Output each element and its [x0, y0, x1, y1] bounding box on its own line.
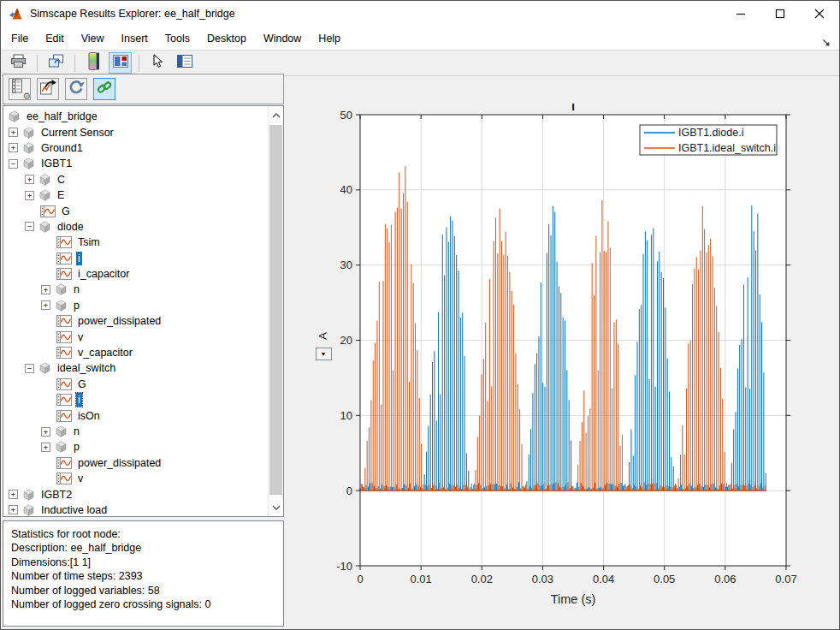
copy-figure-button[interactable]: [44, 52, 68, 74]
tree-row-v[interactable]: v: [3, 329, 269, 344]
tree-item-label[interactable]: Ground1: [39, 141, 85, 155]
menu-help[interactable]: Help: [310, 29, 349, 48]
tree-item-label[interactable]: power_dissipated: [76, 314, 163, 328]
tree-row-v-capacitor[interactable]: v_capacitor: [3, 345, 269, 360]
expand-icon[interactable]: +: [9, 143, 18, 152]
tree-row-ison[interactable]: isOn: [3, 407, 269, 423]
tree-item-label[interactable]: i_capacitor: [76, 267, 131, 281]
refresh-button[interactable]: [65, 78, 87, 100]
close-button[interactable]: [800, 1, 839, 27]
colormap-button[interactable]: [82, 52, 105, 74]
tree-row-igbt2[interactable]: +IGBT2: [3, 486, 269, 502]
expand-icon[interactable]: +: [9, 490, 18, 499]
tree-row-diode[interactable]: −diode: [3, 219, 269, 235]
scrollbar-thumb[interactable]: [269, 125, 282, 495]
expand-icon[interactable]: +: [41, 427, 50, 437]
menu-view[interactable]: View: [73, 29, 113, 48]
export-plot-button[interactable]: [37, 78, 59, 100]
expand-icon[interactable]: +: [9, 128, 18, 137]
tree-row-i[interactable]: i: [3, 392, 269, 407]
property-editor-button[interactable]: [173, 52, 196, 74]
pointer-button[interactable]: [146, 52, 169, 74]
expand-icon[interactable]: +: [41, 285, 50, 294]
component-cube-icon: [55, 425, 68, 437]
print-button[interactable]: [7, 52, 30, 74]
expand-icon[interactable]: +: [41, 300, 50, 310]
tree-row-i-capacitor[interactable]: i_capacitor: [3, 266, 269, 282]
scroll-up-icon[interactable]: [269, 108, 283, 122]
tree-row-p[interactable]: +p: [3, 439, 269, 455]
tree-item-label[interactable]: IGBT1: [39, 157, 74, 170]
plot-browser-button[interactable]: [109, 52, 132, 74]
tree-row-c[interactable]: +C: [3, 172, 269, 187]
tree-item-label[interactable]: Tsim: [76, 235, 102, 249]
svg-text:i: i: [571, 104, 575, 113]
dock-arrow-icon[interactable]: [822, 39, 831, 47]
tree-item-label[interactable]: n: [72, 282, 81, 296]
minimize-button[interactable]: [721, 1, 760, 27]
tree-item-label[interactable]: G: [76, 377, 88, 391]
collapse-icon[interactable]: −: [25, 364, 34, 373]
tree-item-label[interactable]: isOn: [76, 409, 102, 423]
tree-item-label[interactable]: ee_half_bridge: [25, 110, 99, 123]
tree-item-label[interactable]: i: [76, 393, 82, 407]
tree-row-p[interactable]: +p: [3, 298, 269, 313]
expand-icon[interactable]: +: [25, 175, 34, 184]
menu-tools[interactable]: Tools: [157, 29, 198, 48]
tree-item-label[interactable]: p: [72, 440, 81, 454]
menu-insert[interactable]: Insert: [113, 29, 157, 48]
tree-row-i[interactable]: i: [3, 251, 269, 266]
component-cube-icon: [22, 158, 35, 169]
tree-item-label[interactable]: power_dissipated: [76, 456, 163, 470]
expand-icon[interactable]: +: [41, 443, 50, 452]
tree-item-label[interactable]: Inductive load: [39, 503, 109, 517]
tree-row-g[interactable]: G: [3, 377, 269, 392]
collapse-icon[interactable]: −: [9, 159, 18, 169]
scroll-down-icon[interactable]: [269, 500, 283, 514]
tree-scrollbar[interactable]: [268, 106, 283, 516]
tree-row-inductive-load[interactable]: +Inductive load: [3, 502, 269, 517]
tree-row-igbt1[interactable]: −IGBT1: [3, 156, 269, 171]
tree-row-power-dissipated[interactable]: power_dissipated: [3, 313, 269, 329]
tree-row-tsim[interactable]: Tsim: [3, 235, 269, 250]
tree-item-label[interactable]: C: [56, 173, 67, 187]
maximize-button[interactable]: [760, 1, 800, 27]
tree-item-label[interactable]: i: [76, 252, 82, 265]
tree-row-n[interactable]: +n: [3, 282, 269, 297]
tree-row-ee-half-bridge[interactable]: ee_half_bridge: [3, 109, 269, 124]
tree-item-label[interactable]: v: [76, 472, 85, 485]
collapse-icon[interactable]: −: [25, 222, 34, 231]
statistics-options-button[interactable]: ⚙: [9, 78, 31, 100]
tree-row-ideal-switch[interactable]: −ideal_switch: [3, 360, 269, 376]
copy-figure-icon: [48, 54, 64, 72]
expand-icon[interactable]: +: [25, 191, 34, 200]
tree-item-label[interactable]: E: [56, 188, 66, 202]
legend[interactable]: IGBT1.diode.iIGBT1.ideal_switch.i: [640, 125, 777, 155]
menu-file[interactable]: File: [3, 29, 37, 48]
units-dropdown-button[interactable]: ▼: [316, 348, 332, 360]
tree-item-label[interactable]: p: [72, 299, 81, 312]
tree-item-label[interactable]: ideal_switch: [56, 361, 117, 375]
tree-row-n[interactable]: +n: [3, 424, 269, 439]
tree-row-g[interactable]: G: [3, 203, 269, 218]
tree-item-label[interactable]: diode: [56, 220, 86, 234]
tree-item-label[interactable]: v: [76, 330, 85, 344]
tree-item-label[interactable]: n: [72, 425, 81, 438]
menu-window[interactable]: Window: [255, 29, 310, 48]
tree-row-v[interactable]: v: [3, 471, 269, 486]
variable-tree-panel: ee_half_bridge+Current Sensor+Ground1−IG…: [3, 105, 284, 517]
tree-row-current-sensor[interactable]: +Current Sensor: [3, 124, 269, 140]
link-plots-button[interactable]: [93, 78, 115, 100]
signal-variable-icon: [40, 205, 56, 217]
tree-row-e[interactable]: +E: [3, 187, 269, 203]
tree-row-power-dissipated[interactable]: power_dissipated: [3, 455, 269, 471]
tree-row-ground1[interactable]: +Ground1: [3, 140, 269, 156]
menu-edit[interactable]: Edit: [37, 29, 73, 48]
print-icon: [10, 54, 27, 72]
tree-item-label[interactable]: IGBT2: [39, 488, 74, 502]
menu-desktop[interactable]: Desktop: [198, 29, 255, 48]
tree-item-label[interactable]: G: [60, 205, 72, 218]
expand-icon[interactable]: +: [9, 505, 18, 514]
tree-item-label[interactable]: Current Sensor: [39, 126, 115, 140]
tree-item-label[interactable]: v_capacitor: [76, 346, 134, 360]
